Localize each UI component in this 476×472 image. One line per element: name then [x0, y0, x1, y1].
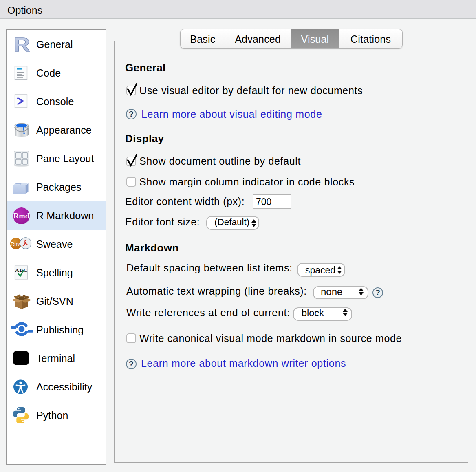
svg-text:R: R [14, 33, 30, 55]
svg-text:Rmd: Rmd [13, 212, 30, 220]
svg-text:ABC: ABC [15, 267, 28, 273]
